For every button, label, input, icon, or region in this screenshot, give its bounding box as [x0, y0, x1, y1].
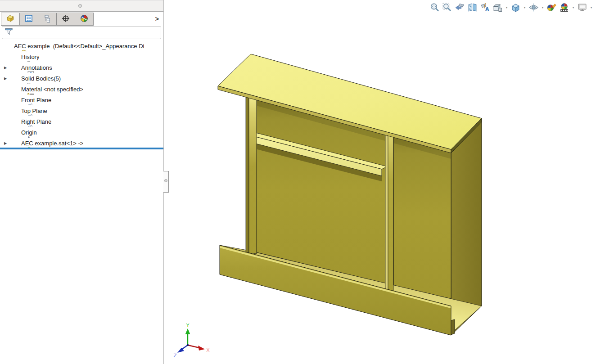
- hide-show-items-icon[interactable]: [528, 2, 539, 13]
- dynamic-annotation-views-icon[interactable]: A: [479, 2, 491, 13]
- triad-z-label: Z: [173, 353, 177, 359]
- graphics-viewport[interactable]: A ▾ ▾: [164, 0, 596, 364]
- rollback-bar[interactable]: [0, 148, 163, 149]
- view-orientation-dropdown[interactable]: ▾: [505, 5, 509, 9]
- tree-item-top-plane[interactable]: Top Plane: [0, 105, 163, 116]
- previous-view-icon[interactable]: [454, 2, 465, 13]
- panel-splitter-grip[interactable]: [78, 4, 82, 8]
- tree-item-label: History: [21, 54, 39, 60]
- tab-configurationmanager[interactable]: [38, 13, 57, 26]
- history-folder-icon: [11, 53, 18, 61]
- view-settings-dropdown[interactable]: ▾: [589, 5, 593, 9]
- tree-filter[interactable]: [2, 26, 161, 39]
- property-list-icon: [25, 14, 33, 24]
- face-channel-end-flange[interactable]: [451, 319, 455, 335]
- tree-item-solid-bodies[interactable]: Solid Bodies(5): [0, 73, 163, 84]
- triad-x-label: X: [206, 347, 210, 353]
- panel-resize-grip[interactable]: [164, 179, 167, 182]
- section-view-icon[interactable]: [467, 2, 478, 13]
- solidworks-window: > AEC example: [0, 0, 596, 364]
- plane-icon: [11, 118, 18, 126]
- crosshair-icon: [62, 14, 70, 24]
- tab-propertymanager[interactable]: [19, 13, 38, 26]
- part-icon: [4, 42, 11, 50]
- tree-item-history[interactable]: History: [0, 51, 163, 62]
- sheet-metal-frame[interactable]: [218, 54, 482, 335]
- zoom-to-fit-icon[interactable]: [429, 2, 440, 13]
- tree-item-label: Annotations: [21, 64, 52, 71]
- panel-top-splitter[interactable]: [0, 0, 163, 12]
- zoom-to-area-icon[interactable]: [442, 2, 453, 13]
- feature-tree: AEC example (Default<<Default>_Appearanc…: [0, 40, 163, 148]
- tab-displaymanager[interactable]: [75, 13, 94, 26]
- configuration-blocks-icon: [43, 14, 51, 24]
- panel-resize-handle[interactable]: [163, 171, 169, 193]
- face-right-stud-side[interactable]: [385, 131, 388, 293]
- tree-root-label: AEC example (Default<<Default>_Appearanc…: [14, 43, 144, 49]
- triad-y-label: Y: [186, 323, 190, 328]
- tree-item-label: AEC example.sat<1> ->: [21, 140, 83, 147]
- filter-funnel-icon[interactable]: [5, 27, 13, 38]
- tree-item-origin[interactable]: Origin: [0, 127, 163, 138]
- model-3d-view[interactable]: Z X Y: [164, 0, 596, 364]
- tab-featuremanager[interactable]: [1, 13, 20, 26]
- display-style-icon[interactable]: [510, 2, 521, 13]
- svg-text:A: A: [29, 72, 33, 73]
- face-left-stud-front[interactable]: [249, 94, 257, 254]
- plane-icon: [11, 96, 18, 104]
- tree-item-label: Material <not specified>: [21, 86, 83, 93]
- tree-item-right-plane[interactable]: Right Plane: [0, 116, 163, 127]
- apply-scene-dropdown[interactable]: ▾: [571, 5, 575, 9]
- face-right-stud-front[interactable]: [388, 131, 393, 294]
- face-right-panel[interactable]: [393, 134, 451, 299]
- solid-bodies-folder-icon: [11, 75, 18, 82]
- display-style-dropdown[interactable]: ▾: [523, 5, 527, 9]
- tree-item-annotations[interactable]: A Annotations: [0, 62, 163, 73]
- hide-show-items-dropdown[interactable]: ▾: [541, 5, 545, 9]
- plane-icon: [11, 107, 18, 115]
- view-settings-icon[interactable]: [577, 2, 588, 13]
- tree-item-imported-part[interactable]: AEC example.sat<1> ->: [0, 138, 163, 148]
- edit-appearance-icon[interactable]: [546, 2, 557, 13]
- material-icon: [11, 85, 18, 93]
- apply-scene-icon[interactable]: [559, 2, 570, 13]
- panel-expand-chevron[interactable]: >: [155, 15, 159, 22]
- tree-item-label: Top Plane: [21, 108, 47, 114]
- expand-arrow[interactable]: [0, 66, 11, 70]
- tree-item-label: Solid Bodies(5): [21, 75, 61, 82]
- svg-text:A: A: [485, 6, 489, 12]
- origin-icon: [11, 129, 18, 136]
- expand-arrow[interactable]: [0, 141, 11, 145]
- expand-arrow[interactable]: [0, 76, 11, 81]
- tree-item-front-plane[interactable]: Front Plane: [0, 94, 163, 105]
- tree-item-label: Origin: [21, 129, 37, 136]
- featuremanager-panel: > AEC example: [0, 0, 164, 364]
- heads-up-toolbar: A ▾ ▾: [429, 2, 593, 13]
- view-orientation-icon[interactable]: [492, 2, 503, 13]
- orientation-triad: Z X Y: [173, 323, 210, 359]
- manager-tab-strip: >: [0, 13, 163, 26]
- display-sphere-icon: [80, 14, 88, 24]
- tree-item-material[interactable]: Material <not specified>: [0, 84, 163, 94]
- tab-dimxpertmanager[interactable]: [56, 13, 75, 26]
- part-icon: [6, 14, 14, 24]
- face-left-stud-side[interactable]: [246, 94, 249, 253]
- tree-item-label: Right Plane: [21, 118, 51, 125]
- tree-root-item[interactable]: AEC example (Default<<Default>_Appearanc…: [0, 40, 163, 51]
- tree-item-label: Front Plane: [21, 97, 51, 103]
- imported-part-icon: [11, 139, 18, 147]
- annotation-icon: A: [11, 64, 18, 72]
